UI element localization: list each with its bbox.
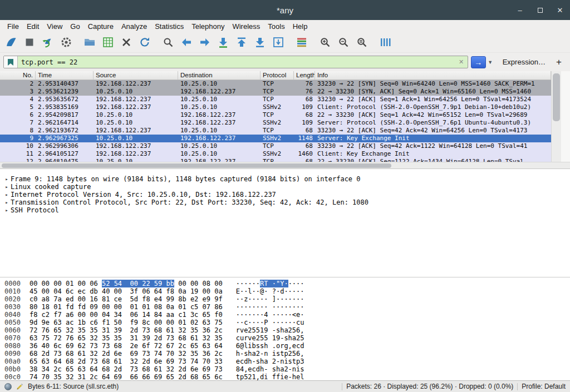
go-first-button[interactable]	[233, 34, 250, 50]
hex-ascii[interactable]: ecdh-sha 2-nistp3	[236, 358, 304, 365]
packet-row-11[interactable]: 112.964105127192.168.122.23710.25.0.10SS…	[0, 150, 551, 158]
auto-scroll-button[interactable]	[270, 34, 287, 50]
hex-bytes[interactable]: 65 63 64 68 2d 73 68 61 32 2d 6e 69 73 7…	[30, 358, 223, 365]
hex-ascii[interactable]: 6@libssh .org,ecd	[236, 342, 304, 350]
packet-row-12[interactable]: 122.96481047510.25.0.10192.168.122.237TC…	[0, 158, 551, 162]
menu-item-go[interactable]: Go	[66, 21, 83, 32]
hex-row-0090[interactable]: 009068 2d 73 68 61 32 2d 6e 69 73 74 70 …	[4, 350, 570, 358]
hex-row-0040[interactable]: 0040f8 c2 f7 a6 00 00 04 34 06 14 84 aa …	[4, 311, 570, 319]
capture-options-button[interactable]	[58, 34, 75, 50]
zoom-out-button[interactable]	[335, 34, 352, 50]
zoom-reset-button[interactable]	[353, 34, 370, 50]
packet-row-8[interactable]: 82.962193672192.168.122.23710.25.0.10TCP…	[0, 127, 551, 135]
column-header-source[interactable]: Source	[94, 71, 178, 80]
go-back-button[interactable]	[178, 34, 195, 50]
detail-row-4[interactable]: ▸SSH Protocol	[0, 206, 570, 214]
packet-list-vertical-scrollbar[interactable]	[551, 71, 561, 162]
status-profile[interactable]: Profile: Default	[522, 383, 566, 390]
hex-ascii[interactable]: tp521,di ffie-hel	[236, 373, 304, 380]
menu-item-help[interactable]: Help	[289, 21, 312, 32]
go-last-button[interactable]	[252, 34, 268, 50]
hex-ascii[interactable]: E··l··@· ?·d·····	[236, 287, 304, 295]
menu-item-edit[interactable]: Edit	[23, 21, 43, 32]
packet-row-2[interactable]: 22.953140437192.168.122.23710.25.0.10TCP…	[0, 80, 551, 88]
packet-row-7[interactable]: 72.96216471410.25.0.10192.168.122.237SSH…	[0, 119, 551, 127]
close-file-button[interactable]	[118, 34, 135, 50]
hex-row-0060[interactable]: 006072 76 65 32 35 35 31 39 2d 73 68 61 …	[4, 326, 570, 334]
detail-row-1[interactable]: ▸Linux cooked capture	[0, 183, 570, 191]
save-file-button[interactable]	[100, 34, 116, 50]
reload-button[interactable]	[136, 34, 153, 50]
packet-row-5[interactable]: 52.953835169192.168.122.23710.25.0.10SSH…	[0, 103, 551, 111]
vertical-scrollbar-thumb[interactable]	[553, 73, 560, 121]
maximize-button[interactable]	[535, 6, 544, 14]
hex-bytes[interactable]: 00 00 00 01 00 06 52 54 00 22 59 bb 00 0…	[30, 280, 223, 287]
filter-dropdown-button[interactable]: ▼	[486, 56, 495, 68]
detail-row-3[interactable]: ▸Transmission Control Protocol, Src Port…	[0, 199, 570, 206]
expander-icon[interactable]: ▸	[3, 206, 11, 214]
hex-ascii[interactable]: ········ ········	[236, 303, 304, 311]
menu-item-capture[interactable]: Capture	[84, 21, 117, 32]
hex-bytes[interactable]: 72 76 65 32 35 35 31 39 2d 73 68 61 32 3…	[30, 326, 223, 334]
expander-icon[interactable]: ▸	[3, 175, 11, 183]
menu-item-statistics[interactable]: Statistics	[151, 21, 188, 32]
expander-icon[interactable]: ▸	[3, 191, 11, 199]
hex-row-0050[interactable]: 00509d 9e 63 ac 1b c6 f1 50 f9 8c 00 00 …	[4, 319, 570, 326]
packet-row-10[interactable]: 102.962996306192.168.122.23710.25.0.10TC…	[0, 142, 551, 150]
hex-bytes[interactable]: 36 40 6c 69 62 73 73 68 2e 6f 72 67 2c 6…	[30, 342, 223, 350]
start-capture-button[interactable]	[3, 34, 19, 50]
filter-apply-button[interactable]: →	[471, 56, 486, 68]
hex-bytes[interactable]: 45 00 04 6c ec db 40 00 3f 06 64 f8 0a 1…	[30, 287, 223, 295]
hex-bytes[interactable]: 63 75 72 76 65 32 35 35 31 39 2d 73 68 6…	[30, 334, 223, 342]
go-to-packet-button[interactable]	[215, 34, 232, 50]
hex-row-00c0[interactable]: 00c074 70 35 32 31 2c 64 69 66 66 69 65 …	[4, 373, 570, 380]
hex-row-0080[interactable]: 008036 40 6c 69 62 73 73 68 2e 6f 72 67 …	[4, 342, 570, 350]
go-forward-button[interactable]	[196, 34, 213, 50]
colorize-button[interactable]	[293, 34, 310, 50]
hex-row-00b0[interactable]: 00b038 34 2c 65 63 64 68 2d 73 68 61 32 …	[4, 365, 570, 373]
hex-ascii[interactable]: ······RT ·"Y·····	[236, 280, 304, 287]
menu-item-telephony[interactable]: Telephony	[188, 21, 228, 32]
display-filter-input[interactable]: tcp.port == 22 ✕	[3, 56, 468, 68]
menu-item-analyze[interactable]: Analyze	[117, 21, 151, 32]
zoom-in-button[interactable]	[317, 34, 333, 50]
hex-ascii[interactable]: ··z····· ]·······	[236, 295, 304, 303]
filter-value-text[interactable]: tcp.port == 22	[18, 58, 455, 66]
column-header-protocol[interactable]: Protocol	[261, 71, 294, 80]
expander-icon[interactable]: ▸	[3, 183, 11, 191]
hex-bytes[interactable]: 68 2d 73 68 61 32 2d 6e 69 73 74 70 32 3…	[30, 350, 223, 358]
filter-bookmark-button[interactable]	[4, 56, 18, 68]
hex-bytes[interactable]: 74 70 35 32 31 2c 64 69 66 66 69 65 2d 6…	[30, 373, 223, 380]
column-header-no[interactable]: No.	[0, 71, 36, 80]
expander-icon[interactable]: ▸	[3, 199, 11, 206]
expression-button[interactable]: Expression…	[503, 58, 546, 66]
filter-clear-button[interactable]: ✕	[455, 58, 468, 66]
resize-columns-button[interactable]	[377, 34, 394, 50]
find-packet-button[interactable]	[160, 34, 176, 50]
hex-ascii[interactable]: ··c····P ······cu	[236, 319, 304, 326]
column-header-length[interactable]: Length	[294, 71, 315, 80]
hex-ascii[interactable]: h-sha2-n istp256,	[236, 350, 304, 358]
expert-info-icon[interactable]	[4, 383, 12, 390]
menu-item-wireless[interactable]: Wireless	[228, 21, 264, 32]
detail-row-2[interactable]: ▸Internet Protocol Version 4, Src: 10.25…	[0, 191, 570, 199]
packet-row-3[interactable]: 32.95362123910.25.0.10192.168.122.237TCP…	[0, 88, 551, 96]
close-button[interactable]: ✕	[556, 6, 564, 14]
column-header-info[interactable]: Info	[315, 71, 551, 80]
hex-bytes[interactable]: 9d 9e 63 ac 1b c6 f1 50 f9 8c 00 00 01 0…	[30, 319, 223, 326]
hex-bytes[interactable]: c0 a8 7a ed 00 16 81 ce 5d f8 e4 99 8b e…	[30, 295, 223, 303]
hex-row-0000[interactable]: 000000 00 00 01 00 06 52 54 00 22 59 bb …	[4, 280, 570, 287]
packet-row-9[interactable]: 92.96296732510.25.0.10192.168.122.237SSH…	[0, 135, 551, 142]
hex-row-0010[interactable]: 001045 00 04 6c ec db 40 00 3f 06 64 f8 …	[4, 287, 570, 295]
hex-bytes[interactable]: 38 34 2c 65 63 64 68 2d 73 68 61 32 2d 6…	[30, 365, 223, 373]
capture-comment-icon[interactable]	[16, 383, 24, 391]
hex-row-0030[interactable]: 003080 18 01 fd fd 09 00 00 01 01 08 0a …	[4, 303, 570, 311]
hex-ascii[interactable]: curve255 19-sha25	[236, 334, 304, 342]
packet-row-4[interactable]: 42.953635672192.168.122.23710.25.0.10TCP…	[0, 96, 551, 103]
hex-ascii[interactable]: rve25519 -sha256,	[236, 326, 304, 334]
stop-capture-button[interactable]	[21, 34, 38, 50]
restart-capture-button[interactable]	[40, 34, 56, 50]
open-file-button[interactable]	[81, 34, 98, 50]
hex-row-00a0[interactable]: 00a065 63 64 68 2d 73 68 61 32 2d 6e 69 …	[4, 358, 570, 365]
column-header-time[interactable]: Time	[36, 71, 94, 80]
